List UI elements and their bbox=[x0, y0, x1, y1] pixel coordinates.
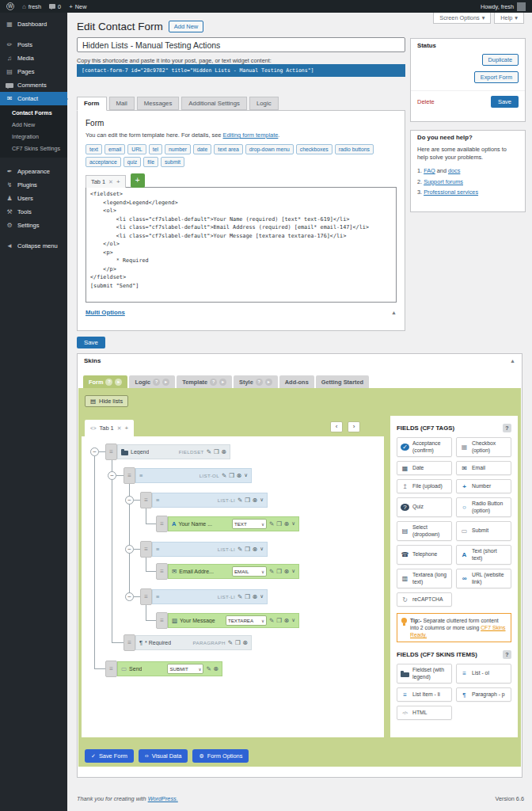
field-number[interactable]: +Number bbox=[456, 479, 511, 493]
node-copy-icon[interactable]: ❐ bbox=[245, 497, 250, 504]
sidebar-item-posts[interactable]: ✏Posts bbox=[0, 38, 67, 51]
submenu-item-integration[interactable]: Integration bbox=[0, 131, 67, 143]
add-tab-button[interactable]: + bbox=[131, 173, 145, 188]
tree-node-field-textarea[interactable]: ▥Your MessageTEXTAREA∨✎❐⊗∨ bbox=[168, 613, 299, 628]
sidebar-item-users[interactable]: ♟Users bbox=[0, 192, 67, 205]
collapse-toggle[interactable]: − bbox=[125, 496, 134, 504]
field-recaptcha[interactable]: ↻reCAPTCHA bbox=[397, 592, 452, 607]
tag-button-file[interactable]: file bbox=[143, 157, 158, 167]
editing-form-template-link[interactable]: Editing form template bbox=[223, 131, 279, 139]
node-delete-icon[interactable]: ⊗ bbox=[284, 521, 289, 527]
node-edit-icon[interactable]: ✎ bbox=[238, 594, 242, 600]
tab-additional-settings[interactable]: Additional Settings bbox=[181, 97, 247, 110]
type-select[interactable]: SUBMIT∨ bbox=[167, 664, 203, 674]
field-textarea-long-text[interactable]: ▥Textarea (long text) bbox=[397, 569, 452, 588]
tag-button-tel[interactable]: tel bbox=[149, 144, 162, 154]
node-chevron-icon[interactable]: ∨ bbox=[260, 497, 264, 503]
shortcode-value[interactable]: [contact-form-7 id="28c9782" title="Hidd… bbox=[77, 64, 405, 77]
drag-handle[interactable]: ≡ bbox=[140, 541, 152, 558]
skins-item-list-item-li[interactable]: ≡List Item - li bbox=[397, 687, 452, 702]
comments-shortcut[interactable]: 0 bbox=[49, 3, 61, 10]
node-delete-icon[interactable]: ⊗ bbox=[253, 497, 257, 504]
field-radio-button-option[interactable]: ○Radio Button (option) bbox=[456, 497, 511, 517]
tree-node-fieldset[interactable]: LegendFIELDSET✎❐⊗ bbox=[117, 444, 230, 459]
skins-item-html[interactable]: </>HTML bbox=[397, 706, 452, 720]
node-copy-icon[interactable]: ❐ bbox=[276, 618, 282, 624]
field-checkbox-option[interactable]: ▦Checkbox (option) bbox=[456, 437, 511, 457]
type-select[interactable]: TEXT∨ bbox=[232, 519, 267, 529]
node-copy-icon[interactable]: ❐ bbox=[214, 449, 219, 455]
node-edit-icon[interactable]: ✎ bbox=[269, 521, 274, 527]
video-badge-icon[interactable]: ▸ bbox=[115, 379, 122, 386]
node-chevron-icon[interactable]: ∨ bbox=[291, 569, 295, 574]
question-badge-icon[interactable]: ? bbox=[256, 379, 263, 386]
video-badge-icon[interactable]: ▸ bbox=[162, 379, 169, 386]
question-badge-icon[interactable]: ? bbox=[105, 379, 112, 386]
drag-handle[interactable]: ≡ bbox=[140, 588, 152, 605]
sidebar-item-media[interactable]: ♫Media bbox=[0, 51, 67, 65]
node-copy-icon[interactable]: ❐ bbox=[229, 473, 234, 479]
sidebar-item-plugins[interactable]: ↯Plugins bbox=[0, 178, 67, 192]
screen-options-button[interactable]: Screen Options ▾ bbox=[433, 13, 491, 24]
export-form-button[interactable]: Export Form bbox=[474, 71, 519, 83]
close-tab-icon[interactable]: ✕ bbox=[117, 425, 122, 432]
button-form-options[interactable]: ⚙Form Options bbox=[192, 749, 249, 763]
tag-button-radio-buttons[interactable]: radio buttons bbox=[335, 144, 374, 154]
skins-tab-template[interactable]: Template?▸ bbox=[177, 375, 232, 388]
question-badge-icon[interactable]: ? bbox=[210, 379, 217, 386]
node-edit-icon[interactable]: ✎ bbox=[269, 569, 274, 575]
status-save-button[interactable]: Save bbox=[491, 96, 519, 108]
form-template-textarea[interactable]: <fieldset> <legend>Legend</legend> <ol> … bbox=[86, 187, 397, 303]
node-delete-icon[interactable]: ⊗ bbox=[214, 666, 218, 672]
submenu-item-contact-forms[interactable]: Contact Forms bbox=[0, 107, 67, 119]
node-edit-icon[interactable]: ✎ bbox=[206, 666, 211, 672]
skins-tab-form[interactable]: Form?▸ bbox=[83, 375, 127, 388]
skins-item-paragraph-p[interactable]: ¶Paragraph - p bbox=[456, 687, 511, 702]
tab-logic[interactable]: Logic bbox=[249, 97, 279, 110]
sidebar-item-dashboard[interactable]: ▦Dashboard bbox=[0, 17, 67, 31]
wp-logo-menu[interactable]: W bbox=[6, 2, 14, 10]
button-save-form[interactable]: ✓Save Form bbox=[85, 749, 134, 763]
drag-handle[interactable]: ≡ bbox=[105, 444, 117, 460]
collapse-toggle[interactable]: − bbox=[125, 545, 134, 554]
form-title-input[interactable] bbox=[77, 37, 405, 52]
node-edit-icon[interactable]: ✎ bbox=[238, 546, 242, 553]
field-telephone[interactable]: ☎Telephone bbox=[397, 545, 452, 565]
skins-item-list-ol[interactable]: ≡List - ol bbox=[456, 664, 511, 683]
drag-handle[interactable]: ≡ bbox=[124, 634, 135, 651]
multi-options-link[interactable]: Multi Options bbox=[86, 309, 125, 316]
avatar[interactable] bbox=[517, 2, 526, 11]
tag-button-text-area[interactable]: text area bbox=[214, 144, 242, 154]
field-select-dropdown[interactable]: ▤Select (dropdown) bbox=[397, 521, 452, 541]
save-button[interactable]: Save bbox=[77, 337, 105, 348]
help-question-button[interactable]: ? bbox=[503, 424, 511, 432]
sidebar-item-contact[interactable]: ✉Contact bbox=[0, 92, 67, 105]
tab-form[interactable]: Form bbox=[77, 97, 107, 111]
skins-tab-logic[interactable]: Logic?▸ bbox=[129, 375, 175, 388]
node-delete-icon[interactable]: ⊗ bbox=[253, 594, 257, 600]
sidebar-item-comments[interactable]: Comments bbox=[0, 78, 67, 92]
field-date[interactable]: ▦Date bbox=[397, 461, 452, 475]
submenu-item-cf7-skins-settings[interactable]: CF7 Skins Settings bbox=[0, 143, 67, 154]
tag-button-email[interactable]: email bbox=[104, 144, 125, 154]
node-copy-icon[interactable]: ❐ bbox=[235, 640, 241, 646]
node-delete-icon[interactable]: ⊗ bbox=[243, 640, 248, 646]
help-link[interactable]: Professional services bbox=[424, 188, 478, 196]
tree-node-paragraph[interactable]: ¶* RequiredPARAGRAPH✎❐⊗ bbox=[135, 635, 252, 650]
type-select[interactable]: EMAIL∨ bbox=[232, 566, 267, 577]
help-link[interactable]: FAQ bbox=[424, 167, 435, 174]
hide-lists-button[interactable]: ▤ Hide lists bbox=[85, 395, 128, 407]
field-text-short-text[interactable]: AText (short text) bbox=[456, 545, 511, 565]
node-edit-icon[interactable]: ✎ bbox=[222, 473, 226, 479]
drag-handle[interactable]: ≡ bbox=[140, 492, 152, 508]
node-copy-icon[interactable]: ❐ bbox=[276, 521, 282, 527]
tree-node-list-li-3[interactable]: ≡LIST-LI✎❐⊗∨ bbox=[152, 589, 268, 604]
help-question-button[interactable]: ? bbox=[503, 650, 511, 659]
node-delete-icon[interactable]: ⊗ bbox=[284, 569, 289, 575]
new-content-menu[interactable]: + New bbox=[69, 3, 86, 10]
node-copy-icon[interactable]: ❐ bbox=[276, 569, 282, 575]
skins-tab-style[interactable]: Style?▸ bbox=[234, 375, 278, 388]
close-tab-icon[interactable]: ✕ bbox=[108, 179, 113, 185]
tab-1[interactable]: Tab 1 ✕ + bbox=[86, 175, 126, 188]
tab-messages[interactable]: Messages bbox=[137, 97, 180, 110]
